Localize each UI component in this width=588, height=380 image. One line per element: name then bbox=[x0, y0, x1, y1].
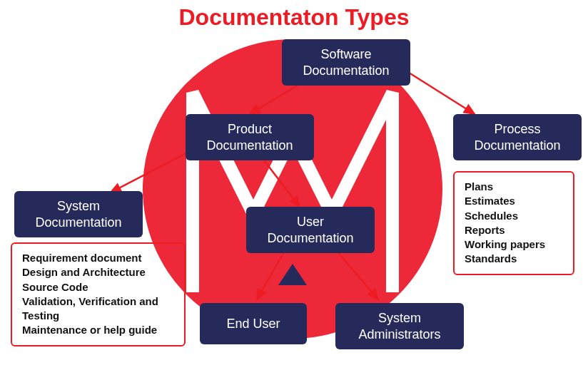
node-system-documentation: SystemDocumentation bbox=[14, 191, 143, 237]
node-user-documentation: UserDocumentation bbox=[246, 207, 375, 253]
detail-line: Estimates bbox=[465, 194, 563, 208]
node-end-user: End User bbox=[200, 303, 307, 344]
detail-line: Working papers bbox=[465, 237, 563, 252]
system-details-box: Requirement documentDesign and Architect… bbox=[11, 242, 186, 346]
detail-line: Reports bbox=[465, 223, 563, 237]
node-process-documentation: ProcessDocumentation bbox=[453, 114, 582, 160]
detail-line: Design and Architecture bbox=[22, 265, 174, 279]
node-system-administrators: SystemAdministrators bbox=[335, 303, 464, 349]
detail-line: Requirement document bbox=[22, 251, 174, 265]
node-product-documentation: ProductDocumentation bbox=[186, 114, 314, 160]
detail-line: Validation, Verification and Testing bbox=[22, 294, 174, 324]
detail-line: Source Code bbox=[22, 280, 174, 294]
m-logo bbox=[171, 64, 414, 307]
detail-line: Standards bbox=[465, 252, 563, 266]
detail-line: Plans bbox=[465, 180, 563, 194]
detail-line: Schedules bbox=[465, 209, 563, 223]
diagram-title: Documentaton Types bbox=[0, 4, 588, 31]
detail-line: Maintenance or help guide bbox=[22, 323, 174, 337]
process-details-box: PlansEstimatesSchedulesReportsWorking pa… bbox=[453, 171, 574, 275]
node-software-documentation: SoftwareDocumentation bbox=[282, 39, 410, 86]
